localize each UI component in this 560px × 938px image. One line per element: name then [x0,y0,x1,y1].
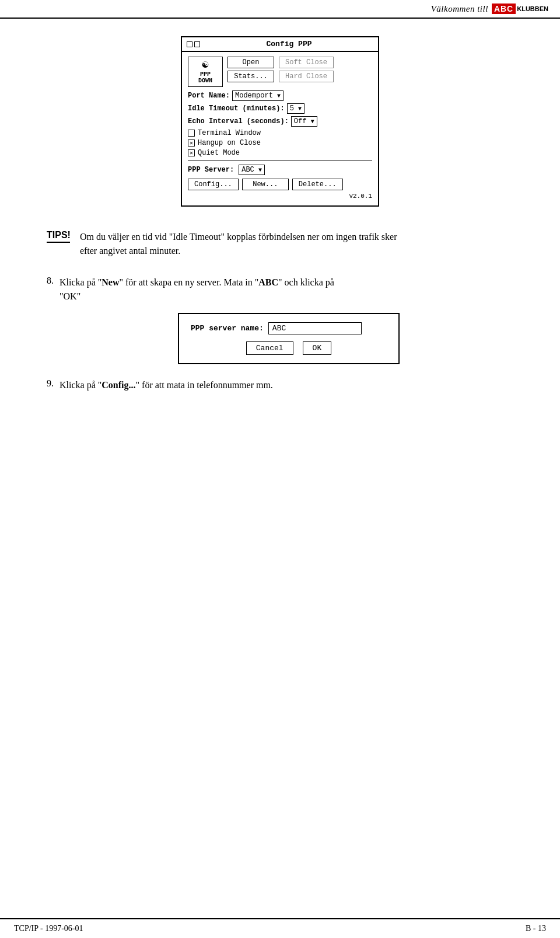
dialog-body: ☯ PPP DOWN Open Soft Close Stats... Hard… [182,52,378,205]
dialog-dot-1 [187,41,192,47]
echo-interval-row: Echo Interval (seconds): Off ▼ [188,116,372,127]
dialog-top-row: ☯ PPP DOWN Open Soft Close Stats... Hard… [188,57,372,87]
section-8-number: 8. [47,276,54,286]
hangup-on-close-row: ✕ Hangup on Close [188,139,372,147]
hangup-on-close-checkbox[interactable]: ✕ [188,140,195,147]
quiet-mode-label: Quiet Mode [198,149,240,157]
echo-interval-label: Echo Interval (seconds): [188,117,289,125]
ppp-status-area: ☯ PPP DOWN [188,57,223,87]
port-name-label: Port Name: [188,92,230,100]
ppp-server-name-dialog-container: PPP server name: Cancel OK [64,313,513,364]
config-ppp-dialog: Config PPP ☯ PPP DOWN Open Soft Close [181,36,379,207]
section-8-text: Klicka på "New" för att skapa en ny serv… [60,276,334,304]
ppp-server-row: PPP Server: ABC ▼ [188,165,372,175]
echo-interval-value[interactable]: Off ▼ [291,116,317,127]
dialog-title-dots [187,41,200,47]
ppp-ok-button[interactable]: OK [303,341,332,355]
dialog-container: Config PPP ☯ PPP DOWN Open Soft Close [47,36,513,207]
section-8: 8. Klicka på "New" för att skapa en ny s… [47,276,513,364]
dialog-dot-2 [194,41,200,47]
tips-label: TIPS! [47,230,71,240]
idle-timeout-value[interactable]: 5 ▼ [287,103,304,114]
ppp-status-label: PPP DOWN [198,71,212,84]
new-button[interactable]: New... [242,179,289,190]
section-9: 9. Klicka på "Config..." för att mata in… [47,378,513,392]
terminal-window-label: Terminal Window [198,129,261,137]
welcome-text: Välkommen till [431,4,488,14]
dialog-title-text: Config PPP [205,40,373,48]
second-button-row: Stats... Hard Close [228,71,372,82]
ppp-server-name-input[interactable] [268,322,362,334]
footer-right: B - 13 [526,924,546,933]
ppp-server-name-row: PPP server name: [191,322,387,334]
terminal-window-checkbox[interactable] [188,130,195,137]
logo-suffix: KLUBBEN [517,5,548,12]
port-name-value[interactable]: Modemport ▼ [232,90,284,101]
divider [188,161,372,161]
ppp-server-label: PPP Server: [188,166,234,174]
dialog-bottom-buttons: Config... New... Delete... [188,179,372,190]
footer-left: TCP/IP - 1997-06-01 [14,924,83,933]
port-name-row: Port Name: Modemport ▼ [188,90,372,101]
ppp-cancel-button[interactable]: Cancel [246,341,293,355]
port-name-dropdown: ▼ [277,93,281,99]
ppp-server-name-dialog: PPP server name: Cancel OK [178,313,400,364]
echo-interval-dropdown: ▼ [311,118,314,125]
top-bar: Välkommen till ABCKLUBBEN [0,0,560,19]
ppp-server-name-buttons: Cancel OK [191,341,387,355]
footer: TCP/IP - 1997-06-01 B - 13 [0,918,560,938]
soft-close-button[interactable]: Soft Close [279,57,334,68]
hard-close-button[interactable]: Hard Close [279,71,334,82]
ppp-server-dropdown: ▼ [258,167,262,173]
idle-timeout-row: Idle Timeout (minutes): 5 ▼ [188,103,372,114]
section-9-text: Klicka på "Config..." för att mata in te… [60,378,273,392]
abc-logo: ABCKLUBBEN [492,4,548,14]
section-8-row: 8. Klicka på "New" för att skapa en ny s… [47,276,513,304]
dialog-right-buttons: Open Soft Close Stats... Hard Close [228,57,372,87]
tips-left: TIPS! [47,230,71,243]
ppp-icon: ☯ [202,60,209,70]
tips-section: TIPS! Om du väljer en tid vid "Idle Time… [47,230,513,258]
idle-timeout-dropdown: ▼ [298,106,302,112]
ppp-server-name-label: PPP server name: [191,324,264,333]
logo-text: ABC [492,4,516,14]
hangup-on-close-label: Hangup on Close [198,139,261,147]
section-9-row: 9. Klicka på "Config..." för att mata in… [47,378,513,392]
delete-button[interactable]: Delete... [292,179,343,190]
idle-timeout-label: Idle Timeout (minutes): [188,104,285,113]
section-9-number: 9. [47,378,54,389]
stats-button[interactable]: Stats... [228,71,274,82]
top-button-row: Open Soft Close [228,57,372,68]
dialog-title-bar: Config PPP [182,37,378,52]
config-button[interactable]: Config... [188,179,239,190]
tips-text: Om du väljer en tid vid "Idle Timeout" k… [80,230,397,258]
version-text: v2.0.1 [188,193,372,200]
tips-underline [47,242,70,243]
main-content: Config PPP ☯ PPP DOWN Open Soft Close [0,19,560,441]
ppp-server-value[interactable]: ABC ▼ [239,165,265,175]
open-button[interactable]: Open [228,57,274,68]
quiet-mode-checkbox[interactable]: ✕ [188,149,195,156]
terminal-window-row: Terminal Window [188,129,372,137]
quiet-mode-row: ✕ Quiet Mode [188,149,372,157]
